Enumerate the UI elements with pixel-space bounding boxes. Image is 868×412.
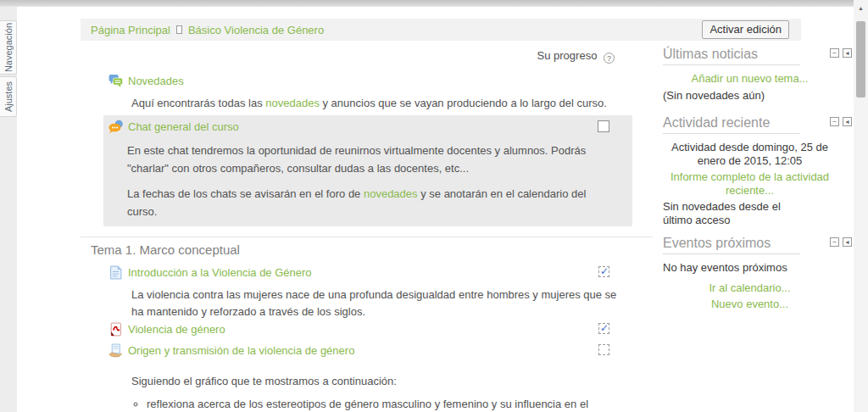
activity-novedades: Novedades [108,74,653,88]
page-header: Página Principal Básico Violencia de Gén… [81,19,801,41]
introduccion-link[interactable]: Introducción a la Violencia de Género [128,266,312,279]
dock-strip: Navegación Ajustes [0,7,17,412]
blocks-column: Últimas noticias − ◂ Añadir un nuevo tem… [663,47,852,311]
list-item: reflexiona acerca de los estereotipos de… [147,397,621,412]
activity-chat: Chat general del curso [108,120,632,134]
scrollbar-thumb[interactable] [856,21,865,97]
activity-since-text: Actividad desde domingo, 25 de enero de … [663,141,837,167]
breadcrumb-home-link[interactable]: Página Principal [91,24,170,36]
su-progreso-label: Su progreso [537,49,598,62]
page-icon [108,265,123,280]
introduccion-description: La violencia contra las mujeres nace de … [131,287,627,320]
dock-block-icon[interactable]: ◂ [843,117,852,126]
bullet1-text: reflexiona acerca de los estereotipos de… [147,398,588,412]
novedades-link[interactable]: Novedades [128,75,184,87]
block-divider [663,64,800,65]
breadcrumb: Página Principal Básico Violencia de Gén… [81,24,324,36]
assignment-icon [108,343,123,358]
no-events-text: No hay eventos próximos [663,261,837,275]
forum-icon [108,74,123,88]
collapse-block-icon[interactable]: − [830,237,839,247]
add-new-topic-link[interactable]: Añadir un nuevo tema... [691,72,808,85]
block-ultimas-noticias: Últimas noticias − ◂ Añadir un nuevo tem… [663,47,852,102]
scrollbar-track[interactable]: ▲ [854,0,868,412]
check-mark: ✓ [600,265,609,277]
chat-icon [108,120,123,134]
activar-edicion-button[interactable]: Activar edición [702,20,789,39]
scroll-up-icon[interactable]: ▲ [854,5,868,11]
activity-introduccion: Introducción a la Violencia de Género ✓ [108,265,653,280]
completion-checkbox-introduccion: ✓ [598,266,609,277]
novedades-desc-text-2: y anuncios que se vayan produciendo a lo… [320,97,607,109]
chat-inline-novedades-link[interactable]: novedades [364,187,418,200]
activity-origen: Origen y transmisión de la violencia de … [108,343,653,358]
collapse-block-icon[interactable]: − [830,48,839,58]
completion-checkbox-origen [598,344,609,355]
sidebar-tab-navegacion[interactable]: Navegación [0,20,17,75]
completion-checkbox-violencia: ✓ [598,323,609,334]
dock-block-icon[interactable]: ◂ [843,237,852,247]
novedades-description: Aquí encontrarás todas las novedades y a… [131,95,627,112]
origen-link[interactable]: Origen y transmisión de la violencia de … [128,344,354,357]
violencia-pdf-link[interactable]: Violencia de género [128,323,225,336]
full-activity-report-link[interactable]: Informe completo de la actividad recient… [670,170,829,197]
activity-violencia-pdf: Violencia de género ✓ [108,322,653,337]
chat-activity-box: Chat general del curso En este chat tend… [103,115,632,226]
collapse-block-icon[interactable]: − [830,117,839,126]
section-divider [81,237,653,237]
block-title-actividad: Actividad reciente [663,115,770,131]
origen-task-list: reflexiona acerca de los estereotipos de… [147,397,621,412]
block-eventos-proximos: Eventos próximos − ◂ No hay eventos próx… [663,236,852,311]
chat-description-2: La fechas de los chats se avisarán en el… [127,185,615,220]
chat-desc2-text: La fechas de los chats se avisarán en el… [127,187,364,200]
block-divider [663,253,800,254]
breadcrumb-separator-icon [176,25,182,34]
no-news-text: (Sin novedades aún) [663,89,837,103]
sidebar-tab-ajustes[interactable]: Ajustes [0,76,17,117]
course-content: Su progreso ? Novedades Aquí encontrarás… [81,47,653,412]
dock-block-icon[interactable]: ◂ [843,48,852,58]
block-divider [663,133,800,134]
block-title-noticias: Últimas noticias [663,47,758,62]
breadcrumb-course-link[interactable]: Básico Violencia de Género [188,24,324,36]
block-title-eventos: Eventos próximos [663,236,771,251]
sidebar-tab-ajustes-label: Ajustes [3,81,14,112]
browser-top-bar [0,0,868,7]
origen-description: Siguiendo el gráfico que te mostramos a … [131,373,627,390]
go-to-calendar-link[interactable]: Ir al calendario... [709,281,790,294]
no-news-since-text: Sin novedades desde el último acceso [663,200,790,226]
chat-description-1: En este chat tendremos la oportunidad de… [127,142,615,177]
completion-checkbox-chat[interactable] [598,120,609,132]
pdf-icon [108,322,123,337]
block-actividad-reciente: Actividad reciente − ◂ Actividad desde d… [663,115,852,226]
novedades-desc-text: Aquí encontrarás todas las [131,97,265,109]
check-mark: ✓ [600,322,609,334]
novedades-inline-link[interactable]: novedades [265,97,320,109]
section-title-tema1: Tema 1. Marco conceptual [91,242,653,257]
progress-row: Su progreso ? [81,49,653,63]
chat-link[interactable]: Chat general del curso [128,120,239,133]
help-icon[interactable]: ? [604,53,615,64]
sidebar-tab-navegacion-label: Navegación [3,23,14,72]
new-event-link[interactable]: Nuevo evento... [711,298,788,310]
